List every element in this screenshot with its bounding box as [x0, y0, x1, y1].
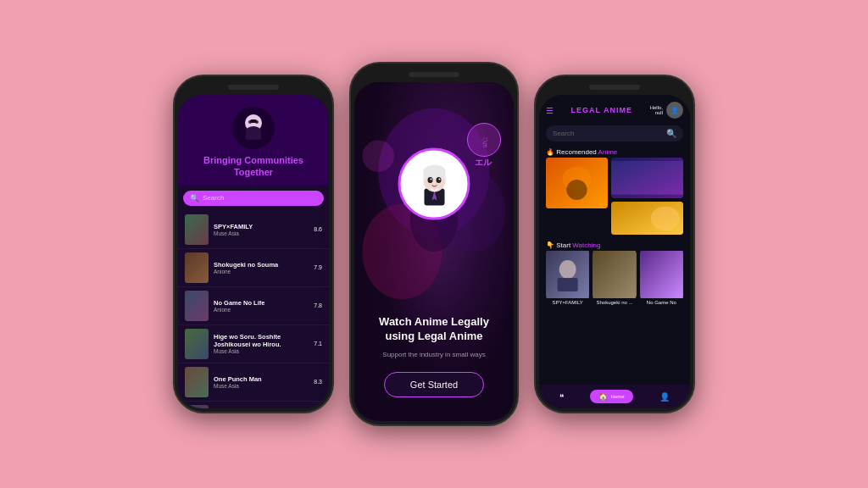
p3-watch-thumb-3[interactable] [640, 251, 683, 298]
p2-main-title: Watch Anime Legally using Legal Anime [354, 315, 514, 344]
svg-rect-2 [246, 130, 261, 140]
p1-thumb-5 [185, 367, 209, 397]
p1-item-sub-4: Muse Asia [214, 348, 309, 354]
p3-nav-home[interactable]: 🏠 Home [590, 390, 632, 403]
p3-sw-prefix: Start [556, 241, 570, 249]
svg-point-27 [651, 206, 680, 230]
p3-bottom-nav: ❝ 🏠 Home 👤 [539, 385, 690, 408]
p3-featured-thumb-1[interactable] [546, 158, 608, 208]
p3-watch-thumb-2[interactable] [593, 251, 636, 298]
p2-get-started-button[interactable]: Get Started [384, 372, 484, 397]
p1-title: Bringing Communities Together [185, 154, 322, 179]
p1-thumb-3 [185, 291, 209, 321]
p3-watch-row [539, 251, 690, 298]
svg-point-24 [566, 180, 587, 200]
p1-thumb-6 [185, 405, 209, 408]
p3-rec-suffix: Anime [597, 148, 617, 156]
p3-watch-label-3: No Game No [640, 300, 683, 305]
p3-watch-label-2: Shokugeki no ... [593, 300, 636, 305]
phone-2: ジョ エル Watch Anime Legally using Legal An… [349, 62, 519, 426]
list-item[interactable]: SPY×FAMILY Muse Asia 8.6 [178, 211, 329, 249]
p2-mascot-circle [398, 148, 470, 220]
phone-1: Bringing Communities Together 🔍 Search S… [173, 75, 334, 413]
p3-header-right: Hello, null 👤 [650, 102, 683, 119]
p1-item-info-2: Shokugeki no Souma Anione [214, 261, 309, 274]
p3-rec-prefix: Recomended [556, 148, 597, 156]
p1-item-sub-2: Anione [214, 269, 309, 274]
p3-recommended-title: 🔥 Recomended Anime [539, 145, 690, 158]
p1-anime-list: SPY×FAMILY Muse Asia 8.6 Shokugeki no So… [178, 209, 329, 408]
p1-item-info-5: One Punch Man Muse Asia [214, 375, 309, 389]
list-item[interactable]: No Game No Life Anione 7.8 [178, 287, 329, 325]
p1-item-sub-5: Muse Asia [214, 383, 309, 389]
svg-rect-16 [442, 170, 445, 180]
hamburger-icon[interactable]: ☰ [546, 106, 554, 115]
svg-rect-15 [423, 170, 426, 180]
phone-1-screen: Bringing Communities Together 🔍 Search S… [178, 95, 329, 408]
p1-rating-5: 8.3 [314, 379, 322, 385]
p1-thumb-1 [185, 214, 209, 245]
p1-rating-3: 7.8 [314, 302, 322, 308]
list-item[interactable]: Shokugeki no Souma Anione 7.9 [178, 249, 329, 287]
p2-japanese-circle-1: ジョ [467, 123, 501, 157]
p3-app-title: LEGAL ANIME [571, 106, 633, 114]
svg-point-29 [559, 260, 576, 279]
phone-2-bottom [351, 424, 517, 426]
quotes-icon: ❝ [559, 392, 564, 402]
list-item[interactable]: Hige wo Soru. Soshite Joshikousei wo Hir… [178, 325, 329, 363]
p2-mascot-svg [409, 157, 459, 212]
p1-rating-4: 7.1 [314, 341, 322, 347]
svg-rect-32 [640, 251, 682, 298]
p3-search-text: Search [553, 130, 574, 137]
list-item[interactable]: JoJo no Kimyou na Bouken (TV) Muse Asia … [178, 402, 329, 408]
p3-search-icon: 🔍 [666, 129, 676, 138]
p3-nav-profile[interactable]: 👤 [659, 392, 670, 402]
p1-item-info-4: Hige wo Soru. Soshite Joshikousei wo Hir… [214, 333, 309, 354]
p3-search-bar[interactable]: Search 🔍 [546, 125, 683, 141]
p3-user-avatar[interactable]: 👤 [666, 102, 683, 119]
p2-bottom-section: Watch Anime Legally using Legal Anime Su… [354, 315, 514, 397]
phone-3: ☰ LEGAL ANIME Hello, null 👤 Search 🔍 🔥 R… [534, 75, 695, 413]
profile-icon: 👤 [659, 392, 670, 402]
p1-item-info-1: SPY×FAMILY Muse Asia [214, 223, 309, 236]
p1-thumb-2 [185, 252, 209, 283]
p1-thumb-4 [185, 329, 209, 359]
p2-japanese-text: エル [475, 157, 492, 169]
p3-greeting-text: Hello, null [650, 105, 663, 115]
p1-search-icon: 🔍 [190, 194, 199, 202]
svg-point-20 [438, 179, 440, 180]
p3-featured-thumb-3[interactable] [611, 202, 683, 236]
p1-mascot-icon [232, 107, 275, 149]
p1-search-bar[interactable]: 🔍 Search [183, 191, 324, 206]
p3-featured-thumb-2[interactable] [611, 158, 683, 198]
p1-item-title-4: Hige wo Soru. Soshite Joshikousei wo Hir… [214, 333, 309, 348]
phone-3-screen: ☰ LEGAL ANIME Hello, null 👤 Search 🔍 🔥 R… [539, 95, 690, 408]
p1-item-title-3: No Game No Life [214, 299, 309, 307]
svg-rect-31 [593, 251, 636, 298]
p1-rating-2: 7.9 [314, 264, 322, 270]
svg-rect-25 [611, 161, 683, 195]
p3-featured-row [539, 158, 690, 235]
p3-nav-quotes[interactable]: ❝ [559, 392, 564, 402]
p1-header: Bringing Communities Together [178, 95, 329, 186]
p1-item-title-2: Shokugeki no Souma [214, 261, 309, 269]
p1-item-title-1: SPY×FAMILY [214, 223, 309, 230]
p2-subtitle: Support the industry in small ways [354, 351, 514, 358]
list-item[interactable]: One Punch Man Muse Asia 8.3 [178, 363, 329, 402]
phone-1-bottom [175, 412, 332, 413]
phone-3-bottom [536, 412, 693, 413]
home-icon: 🏠 [598, 392, 608, 401]
phones-container: Bringing Communities Together 🔍 Search S… [156, 45, 712, 443]
p1-rating-1: 8.6 [314, 226, 322, 232]
p1-item-sub-1: Muse Asia [214, 230, 309, 236]
svg-rect-5 [250, 119, 257, 123]
p3-header: ☰ LEGAL ANIME Hello, null 👤 [539, 95, 690, 122]
svg-point-18 [436, 177, 441, 183]
phone-2-screen: ジョ エル Watch Anime Legally using Legal An… [354, 82, 514, 421]
p1-item-title-5: One Punch Man [214, 375, 309, 383]
p3-home-label: Home [610, 394, 624, 399]
p3-start-watching-title: 👇 Start Watching [539, 238, 690, 251]
svg-point-19 [430, 179, 431, 180]
p3-watch-thumb-1[interactable] [546, 251, 589, 298]
p1-item-sub-3: Anione [214, 307, 309, 313]
